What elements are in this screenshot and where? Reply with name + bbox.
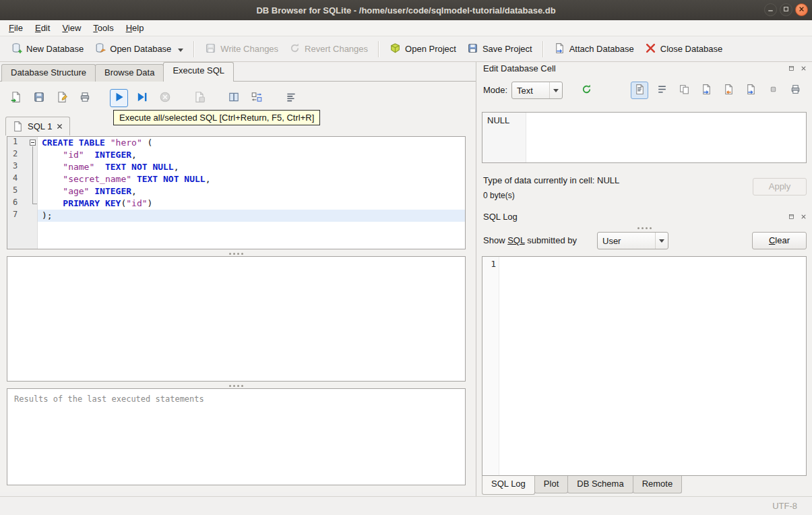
fold-marker-none xyxy=(29,210,38,222)
save-as-view-button[interactable] xyxy=(53,89,71,107)
dock-tab-remote[interactable]: Remote xyxy=(633,476,683,493)
mode-value: Text xyxy=(512,86,549,96)
open-database-label: Open Database xyxy=(110,44,171,54)
menu-edit[interactable]: Edit xyxy=(29,21,56,35)
dock-tabbar: SQL LogPlotDB SchemaRemote xyxy=(482,476,681,495)
export-data-button[interactable] xyxy=(742,82,759,99)
mode-text-button[interactable] xyxy=(631,82,648,99)
code-text: "id" INTEGER, xyxy=(38,149,465,161)
clear-log-button[interactable]: Clear xyxy=(752,232,807,249)
save-project-button[interactable]: Save Project xyxy=(462,39,538,59)
new-database-button[interactable]: New Database xyxy=(5,39,89,59)
open-database-button[interactable]: Open Database xyxy=(89,39,189,59)
tab-database-structure[interactable]: Database Structure xyxy=(1,64,96,82)
menu-help[interactable]: Help xyxy=(120,21,150,35)
statusbar: UTF-8 xyxy=(0,496,812,515)
dock-tab-db-schema[interactable]: DB Schema xyxy=(567,476,633,493)
menu-file[interactable]: File xyxy=(3,21,29,35)
line-number: 7 xyxy=(7,210,29,222)
close-button[interactable] xyxy=(795,3,808,16)
tab-browse-data[interactable]: Browse Data xyxy=(95,64,164,82)
sql-toolbar xyxy=(7,88,300,108)
word-wrap-button[interactable] xyxy=(653,82,670,99)
editor-line: 3 "name" TEXT NOT NULL, xyxy=(7,161,465,173)
write-changes-button: Write Changes xyxy=(199,39,284,59)
browse-table-button[interactable] xyxy=(224,89,243,107)
collapse-icon[interactable] xyxy=(30,140,36,146)
line-number: 1 xyxy=(7,137,29,149)
toolbar-separator xyxy=(542,41,544,57)
toolbar-separator xyxy=(193,41,195,57)
attach-database-button[interactable]: Attach Database xyxy=(549,39,639,59)
sql-editor-tab[interactable]: SQL 1 xyxy=(5,117,70,135)
execute-all-button[interactable] xyxy=(110,89,128,107)
sql-code-editor[interactable]: 1CREATE TABLE "hero" (2 "id" INTEGER,3 "… xyxy=(7,136,466,249)
close-database-button[interactable]: Close Database xyxy=(639,39,728,59)
save-sql-file-button[interactable] xyxy=(30,89,48,107)
edit-cell-dock-header: Edit Database Cell xyxy=(476,62,812,75)
cell-mode-row: Mode: Text xyxy=(476,81,812,100)
import-data-button[interactable] xyxy=(720,82,737,99)
close-tab-icon[interactable] xyxy=(56,123,63,130)
sql-document-icon xyxy=(12,121,24,132)
revert-changes-button: Revert Changes xyxy=(284,39,373,59)
code-text: "name" TEXT NOT NULL, xyxy=(38,161,465,173)
float-dock-icon[interactable] xyxy=(786,64,796,73)
save-sql-file-icon xyxy=(33,91,45,105)
print-cell-button[interactable] xyxy=(786,82,804,99)
sql-log-title: SQL Log xyxy=(483,212,518,222)
sql-log-view[interactable]: 1 xyxy=(482,256,807,476)
copy-data-button[interactable] xyxy=(675,82,693,99)
print-sql-button[interactable] xyxy=(75,89,94,107)
execute-all-icon xyxy=(113,91,125,105)
titlebar[interactable]: DB Browser for SQLite - /home/user/code/… xyxy=(0,0,812,20)
fold-marker-start[interactable] xyxy=(29,137,38,149)
log-filter-combobox[interactable]: User xyxy=(597,232,668,249)
editor-line: 7); xyxy=(7,210,465,222)
apply-button[interactable]: Apply xyxy=(753,178,807,195)
mode-label: Mode: xyxy=(483,85,507,95)
menu-tools[interactable]: Tools xyxy=(87,21,119,35)
save-data-as-icon xyxy=(701,84,712,97)
minimize-button[interactable] xyxy=(764,3,777,16)
editor-line: 2 "id" INTEGER, xyxy=(7,149,465,161)
dock-tab-plot[interactable]: Plot xyxy=(534,476,568,493)
save-data-as-button[interactable] xyxy=(697,82,715,99)
log-line-number: 1 xyxy=(482,259,496,269)
menu-view[interactable]: View xyxy=(56,21,87,35)
auto-detect-button[interactable] xyxy=(577,82,595,99)
chevron-down-icon[interactable] xyxy=(178,49,183,52)
editor-lines: 1CREATE TABLE "hero" (2 "id" INTEGER,3 "… xyxy=(7,137,465,222)
format-code-button[interactable] xyxy=(282,89,300,107)
editor-results-splitter[interactable] xyxy=(7,251,466,256)
save-results-button xyxy=(190,89,208,107)
close-database-label: Close Database xyxy=(660,44,723,54)
cell-type-info: Type of data currently in cell: NULL xyxy=(483,175,619,185)
cell-value: NULL xyxy=(487,115,509,125)
mode-combobox[interactable]: Text xyxy=(511,82,563,99)
main-tab-panel: Database StructureBrowse DataExecute SQL… xyxy=(0,62,476,496)
close-dock-icon[interactable] xyxy=(799,64,808,73)
execution-log-pane[interactable]: Results of the last executed statements xyxy=(7,388,466,485)
cell-value-editor[interactable]: NULL xyxy=(482,112,807,163)
set-null-button[interactable] xyxy=(764,82,782,99)
results-log-splitter[interactable] xyxy=(7,383,466,388)
find-replace-button[interactable] xyxy=(247,89,266,107)
fold-marker-mid xyxy=(29,161,38,173)
execute-current-line-button[interactable] xyxy=(133,89,151,107)
window-controls xyxy=(764,3,808,16)
copy-data-icon xyxy=(679,84,690,97)
close-log-dock-icon[interactable] xyxy=(799,212,808,222)
float-log-dock-icon[interactable] xyxy=(786,212,796,222)
dock-splitter[interactable] xyxy=(476,226,812,230)
maximize-button[interactable] xyxy=(780,3,792,16)
open-sql-file-button[interactable] xyxy=(7,89,25,107)
line-number: 3 xyxy=(7,161,29,173)
main-tabbar: Database StructureBrowse DataExecute SQL xyxy=(1,64,233,82)
tab-execute-sql[interactable]: Execute SQL xyxy=(163,62,234,82)
line-number: 6 xyxy=(7,198,29,210)
results-grid-pane[interactable] xyxy=(7,256,466,382)
open-project-button[interactable]: Open Project xyxy=(384,39,462,59)
dock-tab-sql-log[interactable]: SQL Log xyxy=(482,476,535,495)
close-database-icon xyxy=(645,42,656,56)
